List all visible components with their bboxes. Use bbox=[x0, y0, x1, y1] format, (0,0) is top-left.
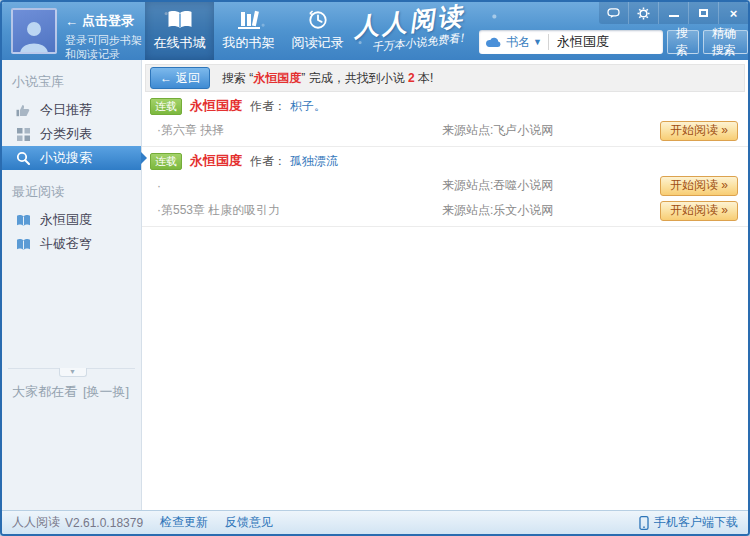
result-header: 连载 永恒国度 作者： 孤独漂流 bbox=[142, 149, 748, 173]
sidebar-item-recent-book-1[interactable]: 永恒国度 bbox=[2, 208, 141, 232]
close-button[interactable]: × bbox=[718, 2, 748, 24]
exact-search-button[interactable]: 精确搜索 bbox=[703, 30, 748, 54]
search-separator bbox=[548, 34, 549, 50]
search-button[interactable]: 搜索 bbox=[667, 30, 699, 54]
app-logo: 人人阅读 千万本小说免费看! bbox=[352, 0, 468, 57]
maximize-icon bbox=[699, 9, 708, 17]
chevron-down-icon: ▼ bbox=[533, 37, 542, 47]
app-version: V2.61.0.18379 bbox=[65, 516, 143, 530]
sidebar-item-label: 斗破苍穹 bbox=[40, 235, 92, 253]
search-field: 书名 ▼ bbox=[479, 30, 663, 54]
result-block: 连载 永恒国度 作者： 枳子。 ·第六章 抉择 来源站点:飞卢小说网 开始阅读 … bbox=[142, 92, 748, 147]
maximize-button[interactable] bbox=[688, 2, 718, 24]
feedback-link[interactable]: 反馈意见 bbox=[225, 514, 273, 531]
novel-title-link[interactable]: 永恒国度 bbox=[190, 97, 242, 115]
sidebar-item-recent-book-2[interactable]: 斗破苍穹 bbox=[2, 232, 141, 256]
search-input[interactable] bbox=[555, 34, 657, 51]
avatar[interactable] bbox=[11, 8, 57, 54]
sidebar-item-label: 今日推荐 bbox=[40, 101, 92, 119]
search-category-dropdown[interactable]: 书名 ▼ bbox=[506, 34, 542, 51]
latest-chapter: ·第六章 抉择 bbox=[157, 122, 442, 139]
status-bar: 人人阅读 V2.61.0.18379 检查更新 反馈意见 手机客户端下载 bbox=[2, 510, 748, 534]
sidebar-item-category-list[interactable]: 分类列表 bbox=[2, 122, 141, 146]
latest-chapter: · bbox=[157, 179, 442, 193]
back-arrow-icon: ← bbox=[65, 14, 78, 29]
tab-label: 我的书架 bbox=[223, 34, 275, 52]
result-block: 连载 永恒国度 作者： 孤独漂流 · 来源站点:吞噬小说网 开始阅读 » ·第5… bbox=[142, 147, 748, 227]
sidebar-item-today-recommend[interactable]: 今日推荐 bbox=[2, 98, 141, 122]
sidebar-divider: ▼ bbox=[8, 368, 135, 369]
minimize-icon bbox=[669, 15, 679, 17]
clock-history-icon bbox=[307, 10, 329, 30]
search-result-summary: 搜索 “永恒国度” 完成，共找到小说 2 本! bbox=[222, 70, 433, 87]
minimize-button[interactable] bbox=[658, 2, 688, 24]
book-icon bbox=[15, 238, 31, 251]
author-link[interactable]: 孤独漂流 bbox=[290, 153, 338, 170]
novel-title-link[interactable]: 永恒国度 bbox=[190, 152, 242, 170]
chapter-row: · 来源站点:吞噬小说网 开始阅读 » bbox=[142, 173, 748, 198]
summary-keyword: 永恒国度 bbox=[253, 71, 301, 85]
source-site: 来源站点:乐文小说网 bbox=[442, 202, 660, 219]
tab-online-bookstore[interactable]: 在线书城 bbox=[145, 2, 214, 60]
gear-icon bbox=[637, 7, 650, 20]
tab-label: 阅读记录 bbox=[292, 34, 344, 52]
source-site: 来源站点:飞卢小说网 bbox=[442, 122, 660, 139]
thumb-up-icon bbox=[15, 104, 31, 117]
collapse-handle[interactable]: ▼ bbox=[59, 368, 87, 377]
back-button[interactable]: ← 返回 bbox=[150, 67, 210, 89]
latest-chapter: ·第553章 杜康的吸引力 bbox=[157, 202, 442, 219]
app-window: ← 点击登录 登录可同步书架 和阅读记录 在线书城 bbox=[0, 0, 750, 536]
settings-button[interactable] bbox=[628, 2, 658, 24]
serial-status-badge: 连载 bbox=[150, 153, 182, 170]
tab-reading-history[interactable]: 阅读记录 bbox=[283, 2, 352, 60]
sidebar-item-label: 小说搜索 bbox=[40, 149, 92, 167]
main-nav: 在线书城 我的书架 阅读记录 bbox=[145, 2, 352, 60]
start-reading-button[interactable]: 开始阅读 » bbox=[660, 201, 738, 221]
shuffle-link[interactable]: [换一换] bbox=[83, 383, 129, 401]
title-bar: ← 点击登录 登录可同步书架 和阅读记录 在线书城 bbox=[2, 2, 748, 60]
result-header: 连载 永恒国度 作者： 枳子。 bbox=[142, 94, 748, 118]
main-content: ← 返回 搜索 “永恒国度” 完成，共找到小说 2 本! 连载 永恒国度 作者：… bbox=[142, 60, 748, 510]
chat-bubble-icon bbox=[607, 8, 620, 19]
sidebar-section-recent-reading: 最近阅读 bbox=[12, 183, 141, 201]
login-label: 点击登录 bbox=[82, 12, 134, 30]
start-reading-button[interactable]: 开始阅读 » bbox=[660, 176, 738, 196]
chapter-row: ·第553章 杜康的吸引力 来源站点:乐文小说网 开始阅读 » bbox=[142, 198, 748, 223]
summary-count: 2 bbox=[408, 71, 415, 85]
person-icon bbox=[16, 16, 52, 52]
window-controls: × bbox=[599, 2, 748, 24]
serial-status-badge: 连载 bbox=[150, 98, 182, 115]
back-arrow-icon: ← bbox=[160, 71, 172, 85]
bookshelf-icon bbox=[237, 10, 261, 30]
login-block: ← 点击登录 登录可同步书架 和阅读记录 bbox=[65, 12, 142, 61]
everyone-reading-block: 大家都在看 [换一换] bbox=[12, 383, 141, 401]
author-link[interactable]: 枳子。 bbox=[290, 98, 326, 115]
book-icon bbox=[15, 214, 31, 227]
mobile-download-link[interactable]: 手机客户端下载 bbox=[639, 514, 738, 531]
logo-title: 人人阅读 bbox=[352, 0, 467, 44]
login-subtitle: 登录可同步书架 和阅读记录 bbox=[65, 33, 142, 61]
result-summary-bar: ← 返回 搜索 “永恒国度” 完成，共找到小说 2 本! bbox=[145, 64, 745, 92]
logo-slogan: 千万本小说免费看! bbox=[371, 30, 468, 55]
open-book-icon bbox=[167, 10, 193, 30]
everyone-reading-label: 大家都在看 bbox=[12, 383, 77, 401]
start-reading-button[interactable]: 开始阅读 » bbox=[660, 121, 738, 141]
close-icon: × bbox=[730, 6, 738, 21]
search-area: 书名 ▼ 搜索 精确搜索 bbox=[479, 30, 748, 54]
app-name: 人人阅读 bbox=[12, 514, 60, 531]
sidebar-item-label: 永恒国度 bbox=[40, 211, 92, 229]
sidebar-section-novel-treasury: 小说宝库 bbox=[12, 73, 141, 91]
tab-my-bookshelf[interactable]: 我的书架 bbox=[214, 2, 283, 60]
grid-icon bbox=[15, 128, 31, 141]
tab-label: 在线书城 bbox=[154, 34, 206, 52]
chevron-down-icon: ▼ bbox=[69, 368, 76, 375]
login-button[interactable]: ← 点击登录 bbox=[65, 12, 142, 30]
check-update-link[interactable]: 检查更新 bbox=[160, 514, 208, 531]
sidebar-item-label: 分类列表 bbox=[40, 125, 92, 143]
search-category-label: 书名 bbox=[506, 34, 530, 51]
chapter-row: ·第六章 抉择 来源站点:飞卢小说网 开始阅读 » bbox=[142, 118, 748, 143]
feedback-bubble-button[interactable] bbox=[599, 2, 628, 24]
cloud-icon bbox=[485, 36, 502, 48]
sidebar-item-novel-search[interactable]: 小说搜索 bbox=[2, 146, 141, 170]
phone-icon bbox=[639, 516, 649, 530]
